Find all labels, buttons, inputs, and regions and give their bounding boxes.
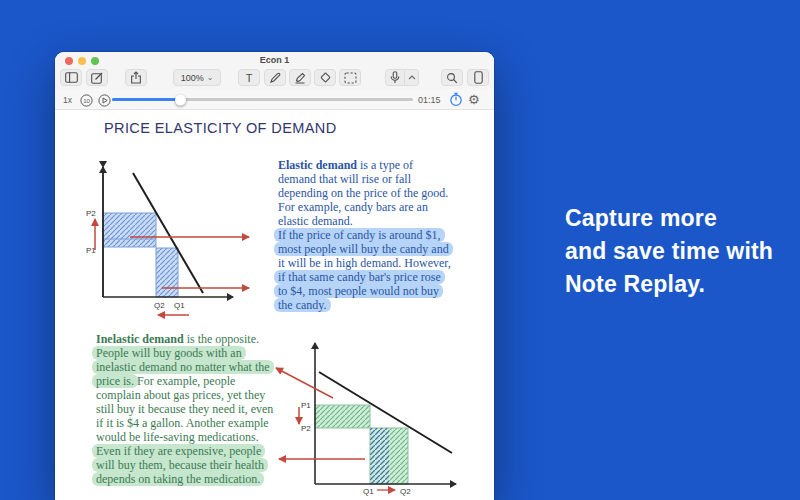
playback-bar: 1x 10 01:15 ⚙ (55, 89, 494, 110)
text-line: demand that will rise or fall (278, 172, 451, 186)
settings-button[interactable]: ⚙ (468, 92, 480, 107)
slider-thumb[interactable] (175, 94, 186, 105)
magnifier-button[interactable] (441, 69, 463, 86)
lasso-icon (344, 72, 357, 84)
record-button[interactable] (385, 69, 405, 86)
marketing-tagline: Capture moreand save time withNote Repla… (565, 202, 773, 301)
text-line: will buy them, because their health (96, 458, 273, 472)
text-line: If the price of candy is around $1, (278, 228, 451, 242)
svg-text:10: 10 (83, 98, 90, 104)
text-line: would be life-saving medications. (96, 430, 273, 444)
axis-label-q1: Q1 (174, 301, 185, 310)
zoom-level: 100% (181, 73, 204, 83)
text-line: depending on the price of the good. (278, 186, 451, 200)
app-window: Econ 1 100% ⌄ T (55, 52, 494, 500)
share-icon (130, 71, 142, 84)
desktop: { "background_color": "#1b57c9", "window… (0, 0, 800, 500)
playback-speed-button[interactable]: 1x (63, 95, 72, 105)
lasso-tool-button[interactable] (339, 69, 361, 86)
zoom-dropdown[interactable]: 100% ⌄ (173, 69, 221, 86)
window-title: Econ 1 (55, 55, 494, 65)
toolbar: 100% ⌄ T (55, 68, 494, 89)
note-canvas[interactable]: PRICE ELASTICITY OF DEMAND Elastic deman… (55, 110, 494, 500)
axis-label-p2: P2 (301, 424, 311, 433)
text-line: still buy it because they need it, even (96, 402, 273, 416)
marketing-line: Note Replay. (565, 268, 773, 301)
text-line: Inelastic demand is the opposite. (96, 332, 273, 346)
text-line: inelastic demand no matter what the (96, 360, 273, 374)
replay-timer-button[interactable] (449, 92, 463, 111)
text-line: Elastic demand is a type of (278, 158, 451, 172)
eraser-icon (319, 71, 332, 84)
text-tool-icon: T (246, 72, 253, 84)
gear-icon: ⚙ (468, 92, 480, 107)
text-line: the candy. (278, 298, 451, 312)
text-line: it will be in high demand. However, (278, 256, 451, 270)
axis-label-p1: P1 (86, 246, 96, 255)
axis-label-p1: P1 (301, 401, 311, 410)
text-line: to $4, most people would not buy (278, 284, 451, 298)
inelastic-demand-graph: P1 P2 Q1 Q2 (255, 335, 470, 500)
eraser-tool-button[interactable] (314, 69, 336, 86)
sidebar-button[interactable] (60, 69, 82, 86)
stopwatch-icon (449, 92, 463, 107)
record-options-button[interactable] (405, 69, 419, 86)
device-button[interactable] (467, 69, 489, 86)
highlighter-icon (294, 72, 306, 84)
slider-progress (112, 98, 180, 101)
microphone-icon (390, 71, 400, 84)
playback-slider[interactable] (112, 98, 413, 101)
share-button[interactable] (125, 69, 147, 86)
text-line: price is. For example, people (96, 374, 273, 388)
text-line: For example, candy bars are an (278, 200, 451, 214)
elastic-demand-graph: P2 P1 Q2 Q1 (85, 155, 265, 325)
chevron-down-icon: ⌄ (207, 76, 214, 80)
highlighter-tool-button[interactable] (289, 69, 311, 86)
playback-time: 01:15 (418, 95, 441, 105)
text-line: People will buy goods with an (96, 346, 273, 360)
sidebar-icon (65, 72, 78, 83)
text-line: if that same candy bar's price rose (278, 270, 451, 284)
device-icon (474, 71, 483, 84)
axis-label-q2: Q2 (400, 487, 411, 496)
text-line: depends on taking the medication. (96, 472, 273, 486)
chevron-up-icon (408, 75, 416, 80)
titlebar: Econ 1 (55, 52, 494, 68)
elastic-demand-paragraph: Elastic demand is a type ofdemand that w… (278, 158, 451, 312)
page-title: PRICE ELASTICITY OF DEMAND (104, 120, 337, 136)
magnifier-icon (446, 72, 458, 84)
text-line: if it is $4 a gallon. Another example (96, 416, 273, 430)
pen-icon (269, 72, 281, 84)
compose-button[interactable] (86, 69, 108, 86)
play-icon (98, 94, 111, 107)
text-tool-button[interactable]: T (238, 69, 260, 86)
play-button[interactable] (98, 93, 111, 111)
axis-label-q1: Q1 (363, 487, 374, 496)
marketing-line: and save time with (565, 235, 773, 268)
axis-label-q2: Q2 (154, 301, 165, 310)
inelastic-demand-paragraph: Inelastic demand is the opposite.People … (96, 332, 273, 486)
text-line: complain about gas prices, yet they (96, 388, 273, 402)
text-line: Even if they are expensive, people (96, 444, 273, 458)
text-line: elastic demand. (278, 214, 451, 228)
compose-icon (91, 72, 103, 84)
skip-back-10-icon: 10 (80, 94, 93, 107)
pen-tool-button[interactable] (264, 69, 286, 86)
text-line: most people will buy the candy and (278, 242, 451, 256)
marketing-line: Capture more (565, 202, 773, 235)
skip-back-10-button[interactable]: 10 (80, 93, 93, 111)
axis-label-p2: P2 (86, 209, 96, 218)
